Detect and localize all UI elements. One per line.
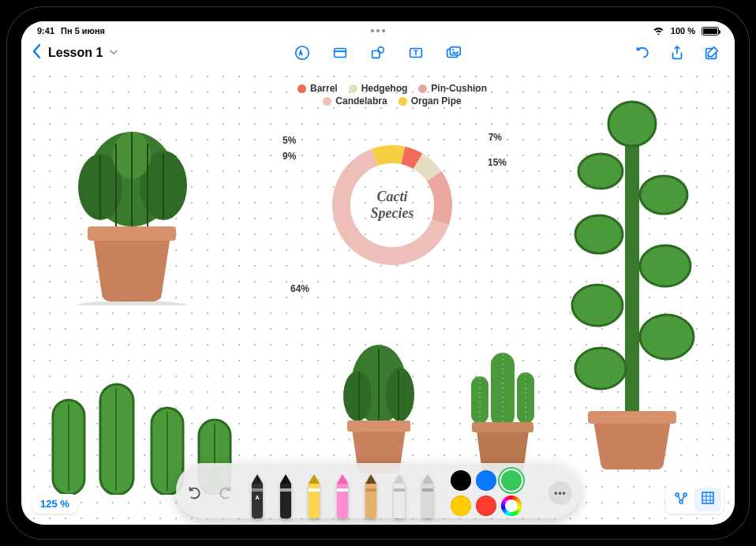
palette-redo-button[interactable]: [214, 482, 236, 504]
svg-point-26: [640, 315, 694, 359]
svg-rect-14: [88, 226, 176, 241]
legend-item: Hedgehog: [349, 83, 408, 94]
app-toolbar: Lesson 1: [21, 39, 735, 67]
text-box-icon[interactable]: [407, 44, 425, 62]
status-bar: 9:41 Пн 5 июня 100 %: [21, 21, 735, 39]
chart-legend: BarrelHedgehogPin-CushionCandelabraOrgan…: [274, 83, 511, 107]
svg-text:A: A: [255, 495, 259, 500]
svg-rect-1: [335, 49, 346, 58]
graph-view-icon[interactable]: [668, 488, 694, 511]
chart-label-64: 64%: [290, 283, 309, 294]
color-swatch[interactable]: [476, 470, 496, 491]
donut-segment: [427, 171, 452, 225]
drawing-palette: A •••: [176, 463, 580, 518]
view-toggle[interactable]: [665, 485, 724, 514]
svg-point-27: [575, 348, 626, 389]
palette-more-button[interactable]: •••: [548, 481, 572, 505]
freeform-canvas[interactable]: BarrelHedgehogPin-CushionCandelabraOrgan…: [21, 21, 735, 525]
share-icon[interactable]: [668, 44, 686, 62]
cactus-image-medium-2[interactable]: [447, 329, 558, 479]
document-title[interactable]: Lesson 1: [48, 46, 103, 60]
svg-point-20: [608, 102, 656, 146]
grid-view-icon[interactable]: [694, 488, 721, 511]
sticky-note-icon[interactable]: [331, 44, 349, 62]
tool-fountain[interactable]: [275, 473, 296, 518]
tool-eraser[interactable]: [389, 473, 410, 518]
svg-point-38: [683, 493, 687, 496]
color-swatch[interactable]: [451, 470, 471, 491]
draw-tool-icon[interactable]: [294, 44, 311, 62]
svg-point-22: [640, 176, 687, 214]
cactus-image-medium-1[interactable]: [320, 329, 438, 479]
multitask-dots[interactable]: [371, 29, 385, 32]
svg-point-0: [296, 47, 309, 60]
chevron-down-icon[interactable]: [109, 47, 118, 59]
svg-rect-43: [280, 488, 291, 492]
tool-pen[interactable]: A: [247, 473, 268, 518]
svg-rect-44: [309, 488, 320, 492]
svg-point-21: [578, 154, 623, 189]
svg-rect-40: [702, 492, 713, 503]
legend-item: Candelabra: [323, 95, 387, 107]
svg-rect-36: [472, 422, 533, 432]
chart-label-5: 5%: [283, 135, 296, 146]
tool-highlighter[interactable]: [332, 473, 353, 518]
chart-label-15: 15%: [488, 157, 507, 168]
svg-point-30: [343, 371, 372, 421]
color-swatch[interactable]: [476, 496, 496, 516]
drawn-succulent-tall[interactable]: [561, 84, 703, 479]
svg-point-15: [77, 301, 187, 305]
battery-text: 100 %: [671, 26, 695, 36]
svg-rect-41: [252, 488, 263, 492]
svg-point-31: [386, 368, 414, 421]
svg-point-23: [575, 215, 623, 253]
svg-point-25: [572, 285, 623, 326]
status-date: Пн 5 июня: [61, 26, 105, 36]
back-button[interactable]: [28, 43, 45, 63]
zoom-level[interactable]: 125 %: [32, 494, 77, 514]
compose-icon[interactable]: [703, 44, 720, 62]
chart-title: Cacti Species: [355, 189, 430, 222]
chart-label-7: 7%: [488, 132, 502, 143]
status-time: 9:41: [37, 26, 54, 36]
cactus-image-large[interactable]: [53, 100, 211, 305]
svg-rect-7: [450, 47, 460, 55]
svg-rect-47: [394, 488, 405, 492]
tool-marker[interactable]: [304, 473, 324, 518]
shape-icon[interactable]: [369, 44, 387, 62]
chart-label-9: 9%: [283, 151, 296, 162]
svg-rect-28: [588, 411, 676, 424]
tool-ruler[interactable]: [417, 473, 438, 518]
legend-item: Barrel: [298, 83, 338, 94]
tool-pencil[interactable]: [361, 473, 381, 518]
undo-icon[interactable]: [634, 44, 651, 62]
media-icon[interactable]: [445, 44, 462, 62]
wifi-icon: [653, 26, 664, 36]
color-swatch[interactable]: [501, 470, 522, 491]
svg-rect-48: [422, 488, 433, 492]
palette-undo-button[interactable]: [184, 482, 206, 504]
svg-rect-32: [347, 421, 410, 432]
svg-point-24: [640, 245, 691, 286]
battery-icon: [702, 27, 719, 36]
svg-point-8: [452, 49, 454, 50]
svg-rect-45: [337, 488, 348, 492]
color-picker-icon[interactable]: [501, 496, 522, 516]
svg-rect-46: [365, 488, 376, 492]
legend-item: Pin-Cushion: [418, 83, 487, 94]
svg-point-37: [676, 493, 679, 496]
svg-point-4: [378, 47, 384, 53]
color-swatch[interactable]: [451, 496, 471, 516]
legend-item: Organ Pipe: [399, 95, 462, 107]
svg-point-39: [679, 500, 683, 503]
donut-chart[interactable]: BarrelHedgehogPin-CushionCandelabraOrgan…: [274, 83, 511, 280]
